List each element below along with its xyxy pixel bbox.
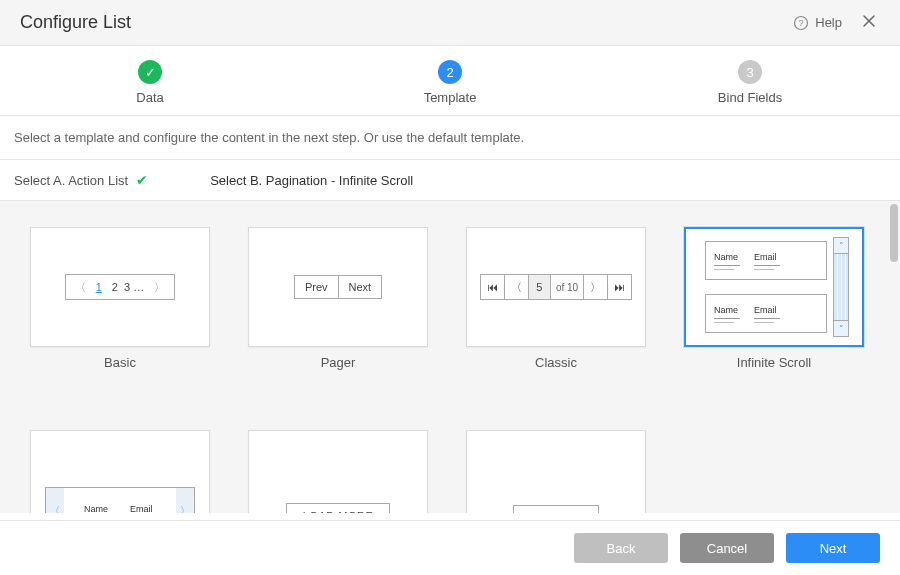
next-button[interactable]: Next [786, 533, 880, 563]
step-label: Bind Fields [718, 90, 782, 105]
cancel-button[interactable]: Cancel [680, 533, 774, 563]
sub-step-row: Select A. Action List ✔ Select B. Pagina… [0, 160, 900, 201]
mini-card: Name Email [705, 241, 827, 280]
dialog-footer: Back Cancel Next [0, 520, 900, 575]
help-label: Help [815, 15, 842, 30]
help-icon: ? [793, 15, 809, 31]
step-data[interactable]: ✓ Data [0, 60, 300, 105]
template-infinite-scroll[interactable]: Name Email Name Email ˄ ˅ I [684, 227, 864, 370]
wizard-stepper: ✓ Data 2 Template 3 Bind Fields [0, 46, 900, 116]
template-preview: 〈 Name Email 〉 [30, 430, 210, 513]
step-template[interactable]: 2 Template [300, 60, 600, 105]
chevron-down-icon: ˅ [834, 320, 848, 336]
page-current: 1 [96, 281, 102, 293]
chevron-up-icon: ˄ [834, 238, 848, 254]
close-button[interactable] [858, 14, 880, 32]
template-label: Basic [104, 355, 136, 370]
template-preview: 〈 1 2 3 … 〉 [30, 227, 210, 347]
step-label: Data [136, 90, 163, 105]
dialog-header: Configure List ? Help [0, 0, 900, 46]
template-pager[interactable]: Prev Next Pager [248, 227, 428, 370]
mini-pagination-classic: ⏮ 〈 5 of 10 〉 ⏭ [480, 274, 632, 300]
template-basic[interactable]: 〈 1 2 3 … 〉 Basic [30, 227, 210, 370]
step-number: 2 [446, 65, 453, 80]
mini-carousel: 〈 Name Email 〉 [45, 487, 195, 513]
scroll-track [834, 254, 848, 320]
template-blank[interactable] [466, 430, 646, 513]
mini-blank-box [513, 505, 599, 513]
instruction-text: Select a template and configure the cont… [0, 116, 900, 160]
check-icon: ✓ [145, 65, 156, 80]
step-label: Template [424, 90, 477, 105]
template-classic[interactable]: ⏮ 〈 5 of 10 〉 ⏭ Classic [466, 227, 646, 370]
col-name: Name [714, 305, 740, 315]
chevron-left-icon: 〈 [505, 275, 529, 299]
chevron-right-icon: 〉 [176, 488, 194, 513]
template-preview [466, 430, 646, 513]
step-circle-inactive: 3 [738, 60, 762, 84]
col-email: Email [754, 305, 780, 315]
col-email: Email [754, 252, 780, 262]
step-circle-done: ✓ [138, 60, 162, 84]
page-number: 5 [529, 275, 551, 299]
dialog-title: Configure List [20, 12, 131, 33]
template-gallery: 〈 1 2 3 … 〉 Basic Prev Next Pager [0, 201, 900, 513]
template-preview: Prev Next [248, 227, 428, 347]
next-cell: Next [339, 276, 382, 298]
close-icon [862, 14, 876, 28]
template-grid: 〈 1 2 3 … 〉 Basic Prev Next Pager [30, 227, 870, 513]
select-a-label: Select A. Action List [14, 173, 128, 188]
back-button[interactable]: Back [574, 533, 668, 563]
check-icon: ✔ [136, 172, 148, 188]
first-page-icon: ⏮ [481, 275, 505, 299]
carousel-card: Name Email [64, 488, 176, 513]
template-label: Infinite Scroll [737, 355, 811, 370]
select-a-action-list[interactable]: Select A. Action List ✔ [14, 172, 148, 188]
mini-scrollbar: ˄ ˅ [833, 237, 849, 337]
mini-load-more: LOAD MORE [286, 503, 391, 513]
mini-scroll-content: Name Email Name Email [699, 237, 833, 337]
step-number: 3 [746, 65, 753, 80]
chevron-right-icon: 〉 [154, 280, 165, 295]
mini-pagination-basic: 〈 1 2 3 … 〉 [65, 274, 175, 300]
mini-card: Name Email [705, 294, 827, 333]
col-email: Email [130, 504, 156, 513]
page-total: of 10 [551, 275, 584, 299]
chevron-left-icon: 〈 [46, 488, 64, 513]
col-name: Name [714, 252, 740, 262]
template-load-more[interactable]: LOAD MORE [248, 430, 428, 513]
last-page-icon: ⏭ [608, 275, 631, 299]
chevron-left-icon: 〈 [75, 280, 86, 295]
template-carousel[interactable]: 〈 Name Email 〉 [30, 430, 210, 513]
template-preview: Name Email Name Email ˄ ˅ [684, 227, 864, 347]
template-preview: LOAD MORE [248, 430, 428, 513]
prev-cell: Prev [295, 276, 339, 298]
template-label: Classic [535, 355, 577, 370]
header-actions: ? Help [793, 14, 880, 32]
step-circle-active: 2 [438, 60, 462, 84]
chevron-right-icon: 〉 [584, 275, 608, 299]
scrollbar-thumb[interactable] [890, 204, 898, 262]
mini-pagination-pager: Prev Next [294, 275, 382, 299]
step-bind-fields[interactable]: 3 Bind Fields [600, 60, 900, 105]
col-name: Name [84, 504, 110, 513]
pages-rest: 2 3 … [112, 281, 144, 293]
select-b-pagination[interactable]: Select B. Pagination - Infinite Scroll [210, 173, 413, 188]
mini-infinite-scroll: Name Email Name Email ˄ ˅ [699, 237, 849, 337]
svg-text:?: ? [799, 18, 804, 28]
template-preview: ⏮ 〈 5 of 10 〉 ⏭ [466, 227, 646, 347]
template-label: Pager [321, 355, 356, 370]
help-link[interactable]: ? Help [793, 15, 842, 31]
